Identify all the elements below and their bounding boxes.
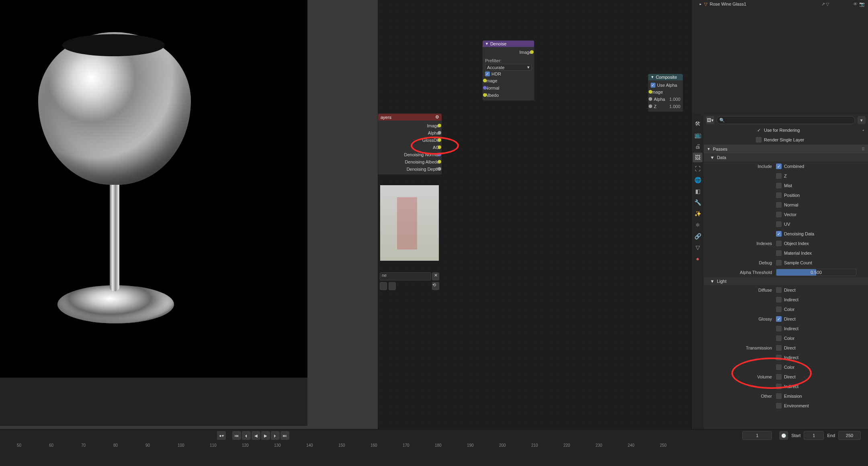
object-toggle-icon-1[interactable]: ↗ bbox=[821, 2, 825, 7]
alpha-threshold-label: Alpha Threshold bbox=[708, 270, 776, 275]
indexes-material-index-checkbox[interactable]: Material Index bbox=[704, 248, 868, 258]
volume-indirect-checkbox[interactable]: Indirect bbox=[704, 382, 868, 391]
render-tab-icon[interactable]: 📺 bbox=[693, 130, 702, 140]
modifier-tab-icon[interactable]: 🔧 bbox=[693, 198, 702, 207]
data-subpanel-header[interactable]: ▼Data bbox=[704, 153, 868, 161]
auto-keying-button[interactable]: ●▾ bbox=[217, 431, 226, 440]
include-normal-checkbox[interactable]: Normal bbox=[704, 200, 868, 210]
glossy-indirect-checkbox[interactable]: Indirect bbox=[704, 324, 868, 333]
particles-tab-icon[interactable]: ✨ bbox=[693, 209, 702, 219]
diffuse-direct-checkbox[interactable]: DiffuseDirect bbox=[704, 285, 868, 295]
render-result-panel bbox=[0, 0, 307, 426]
use-for-rendering-checkbox[interactable]: Use for Rendering bbox=[764, 128, 800, 133]
render-image[interactable] bbox=[0, 0, 307, 378]
viewlayer-tab-icon[interactable]: 🖼 bbox=[693, 153, 702, 162]
world-tab-icon[interactable]: 🌐 bbox=[693, 175, 702, 185]
play-button[interactable]: ▶ bbox=[261, 431, 270, 440]
scene-tab-icon[interactable]: ⛶ bbox=[693, 164, 702, 174]
play-reverse-button[interactable]: ◀ bbox=[252, 431, 260, 440]
options-dropdown-icon[interactable]: ▾ bbox=[858, 116, 866, 124]
node-title: ayers bbox=[381, 115, 391, 120]
wineglass-render bbox=[34, 32, 195, 337]
timeline-panel[interactable]: ●▾ ⏮ ⏴ ◀ ▶ ⏵ ⏭ 1 🕒 Start 1 End 250 50607… bbox=[0, 429, 868, 466]
object-toggle-icon-2[interactable]: ▽ bbox=[826, 2, 829, 7]
jump-to-start-button[interactable]: ⏮ bbox=[232, 431, 241, 440]
object-tab-icon[interactable]: ◧ bbox=[693, 186, 702, 196]
disable-render-icon[interactable]: 📷 bbox=[859, 2, 865, 7]
transmission-color-checkbox[interactable]: Color bbox=[704, 362, 868, 372]
composite-usealpha-checkbox[interactable]: ✓Use Alpha bbox=[651, 83, 680, 88]
denoise-hdr-checkbox[interactable]: ✓HDR bbox=[485, 72, 532, 76]
include-z-checkbox[interactable]: Z bbox=[704, 171, 868, 181]
keyframe-next-button[interactable]: ⏵ bbox=[271, 431, 280, 440]
keyframe-prev-button[interactable]: ⏴ bbox=[242, 431, 251, 440]
debug-sample-count-checkbox[interactable]: DebugSample Count bbox=[704, 258, 868, 268]
light-subpanel-header[interactable]: ▼Light bbox=[704, 277, 868, 285]
render-single-layer-checkbox[interactable]: Render Single Layer bbox=[764, 137, 804, 142]
include-vector-checkbox[interactable]: Vector bbox=[704, 210, 868, 219]
compositor-node-editor[interactable]: ayers ⚙ Image Alpha GlossDir AO Denoisin… bbox=[378, 0, 691, 430]
clock-icon[interactable]: 🕒 bbox=[779, 431, 788, 440]
visibility-eye-icon[interactable]: 👁 bbox=[853, 2, 858, 7]
transmission-direct-checkbox[interactable]: TransmissionDirect bbox=[704, 343, 868, 353]
indexes-object-index-checkbox[interactable]: IndexesObject Index bbox=[704, 239, 868, 248]
timeline-ruler[interactable]: 5060708090100110120130140150160170180190… bbox=[0, 443, 868, 454]
output-tab-icon[interactable]: 🖨 bbox=[693, 141, 702, 151]
material-tab-icon[interactable]: ● bbox=[693, 254, 702, 264]
include-combined-checkbox[interactable]: Include✓Combined bbox=[704, 161, 868, 171]
node-options-icon[interactable]: ⚙ bbox=[435, 114, 439, 120]
scene-field[interactable]: ne ✕ bbox=[380, 272, 439, 280]
properties-search-input[interactable]: 🔍 bbox=[717, 116, 855, 124]
include-position-checkbox[interactable]: Position bbox=[704, 190, 868, 200]
data-tab-icon[interactable]: ▽ bbox=[693, 243, 702, 252]
alpha-threshold-slider[interactable]: 0.500 bbox=[776, 269, 856, 276]
composite-node[interactable]: ▼Composite ✓Use Alpha Image Alpha1.000 Z… bbox=[648, 74, 683, 112]
render-layers-node[interactable]: ayers ⚙ Image Alpha GlossDir AO Denoisin… bbox=[378, 113, 442, 175]
constraints-tab-icon[interactable]: 🔗 bbox=[693, 231, 702, 241]
passes-panel-header[interactable]: ▼Passes ⠿ bbox=[704, 145, 868, 153]
render-layers-thumbnail bbox=[380, 185, 439, 261]
glossy-color-checkbox[interactable]: Color bbox=[704, 333, 868, 343]
include-denoising-data-checkbox[interactable]: ✓Denoising Data bbox=[704, 229, 868, 239]
current-frame-field[interactable]: 1 bbox=[742, 431, 772, 440]
start-frame-field[interactable]: 1 bbox=[804, 431, 824, 440]
properties-tab-column: 🛠 📺 🖨 🖼 ⛶ 🌐 ◧ 🔧 ✨ ⚛ 🔗 ▽ ● bbox=[692, 115, 704, 466]
properties-panel: 🛠 📺 🖨 🖼 ⛶ 🌐 ◧ 🔧 ✨ ⚛ 🔗 ▽ ● 🖼▾ 🔍 ▾ ✓ Use f… bbox=[691, 115, 868, 466]
layer-icon-1[interactable] bbox=[380, 282, 387, 290]
outliner-panel[interactable]: ▸ ▽ Rose Wine Glass1 ↗ ▽ 👁 📷 bbox=[691, 0, 868, 115]
diffuse-color-checkbox[interactable]: Color bbox=[704, 305, 868, 314]
transmission-indirect-checkbox[interactable]: Indirect bbox=[704, 353, 868, 362]
include-uv-checkbox[interactable]: UV bbox=[704, 219, 868, 229]
denoise-prefilter-dropdown[interactable]: Accurate▾ bbox=[485, 64, 532, 71]
outliner-object-row[interactable]: ▸ ▽ Rose Wine Glass1 ↗ ▽ 👁 📷 bbox=[692, 0, 868, 8]
jump-to-end-button[interactable]: ⏭ bbox=[280, 431, 289, 440]
physics-tab-icon[interactable]: ⚛ bbox=[693, 220, 702, 230]
mesh-icon: ▽ bbox=[704, 2, 707, 7]
scene-clear-button[interactable]: ✕ bbox=[432, 272, 439, 280]
denoise-node[interactable]: ▼Denoise Image Prefilter: Accurate▾ ✓HDR… bbox=[482, 40, 534, 101]
volume-direct-checkbox[interactable]: VolumeDirect bbox=[704, 372, 868, 382]
layer-refresh-button[interactable]: ⟲ bbox=[432, 282, 439, 290]
include-mist-checkbox[interactable]: Mist bbox=[704, 181, 868, 190]
other-emission-checkbox[interactable]: OtherEmission bbox=[704, 391, 868, 401]
editor-type-icon[interactable]: 🖼▾ bbox=[706, 116, 714, 124]
diffuse-indirect-checkbox[interactable]: Indirect bbox=[704, 295, 868, 305]
search-icon: 🔍 bbox=[719, 118, 725, 123]
other-environment-checkbox[interactable]: Environment bbox=[704, 401, 868, 411]
glossy-direct-checkbox[interactable]: Glossy✓Direct bbox=[704, 314, 868, 324]
layer-icon-2[interactable] bbox=[389, 282, 396, 290]
outliner-object-name: Rose Wine Glass1 bbox=[710, 2, 746, 6]
end-frame-field[interactable]: 250 bbox=[838, 431, 861, 440]
tool-tab-icon[interactable]: 🛠 bbox=[693, 119, 702, 129]
